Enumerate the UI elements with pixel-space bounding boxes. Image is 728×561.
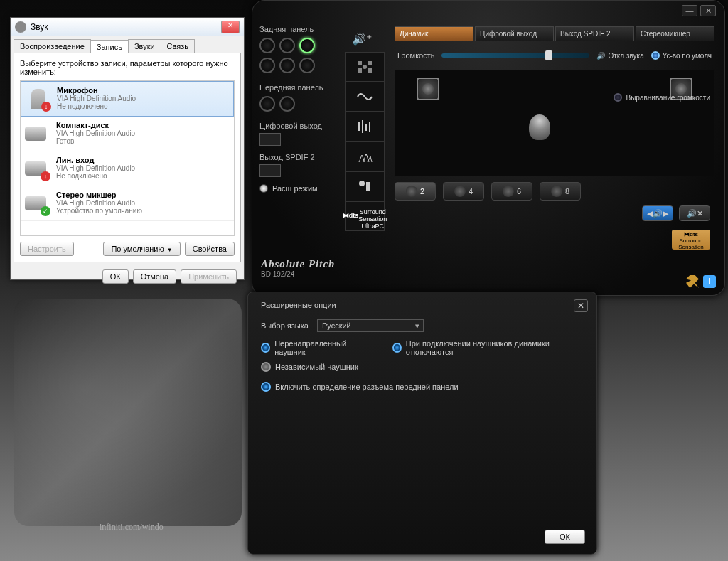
svg-rect-8 [369, 122, 370, 132]
device-item[interactable]: ↓Лин. входVIA High Definition AudioНе по… [21, 151, 234, 186]
svg-rect-6 [362, 120, 363, 133]
device-sub: VIA High Definition Audio [56, 199, 142, 207]
equalizer-icon[interactable] [345, 112, 385, 141]
output-tab[interactable]: Динамик [395, 26, 473, 41]
radio-off-icon [261, 362, 271, 372]
jack-active[interactable] [299, 38, 315, 53]
wave-icon[interactable] [345, 82, 385, 112]
radio-on-icon [261, 343, 270, 353]
output-tab[interactable]: Цифровой выход [475, 26, 554, 41]
device-item[interactable]: Компакт-дискVIA High Definition AudioГот… [21, 117, 234, 151]
radio-on-icon [651, 51, 660, 60]
opt-independent-headphone[interactable]: Независимый наушник [261, 362, 358, 372]
normalize-toggle[interactable]: Выравнивание громкости [614, 93, 710, 102]
mute-toggle[interactable]: 🔊 Откл звука [596, 52, 643, 60]
speaker-config-icon[interactable] [345, 52, 385, 82]
device-icon [25, 121, 50, 146]
device-item[interactable]: ↓МикрофонVIA High Definition AudioНе под… [21, 81, 234, 117]
speaker-icon [15, 21, 26, 33]
settings-icon[interactable] [686, 275, 699, 288]
jack[interactable] [259, 96, 275, 112]
cancel-button[interactable]: Отмена [133, 269, 176, 284]
info-icon[interactable]: i [703, 275, 716, 288]
spdif2-icon[interactable] [259, 164, 281, 177]
speaker-left-icon[interactable] [417, 78, 439, 100]
audio-control-panel: — ✕ 🔊⁺ Задняя панель Передняя панель Циф… [252, 0, 725, 296]
ok-button[interactable]: ОК [102, 269, 129, 284]
device-status: Не подключено [56, 172, 135, 180]
device-icon: ↓ [26, 86, 51, 112]
device-name: Микрофон [57, 86, 136, 95]
device-sub: VIA High Definition Audio [56, 164, 135, 172]
adv-mode-label: Расш режим [272, 184, 318, 193]
lang-label: Выбор языка [261, 321, 309, 330]
panel-close-button[interactable]: ✕ [700, 5, 716, 16]
device-name: Компакт-диск [56, 121, 135, 129]
svg-rect-0 [358, 61, 362, 65]
apply-button: Применить [181, 269, 237, 284]
channel-dot-icon [503, 186, 514, 197]
tab-sounds[interactable]: Звуки [128, 39, 161, 53]
adv-title: Расширенные опции [261, 301, 584, 309]
speaker-settings-button[interactable]: 🔊✕ [679, 205, 710, 221]
channel-button-2[interactable]: 2 [395, 182, 436, 201]
svg-rect-7 [365, 124, 367, 131]
device-sub: VIA High Definition Audio [56, 129, 135, 137]
device-sub: VIA High Definition Audio [57, 95, 136, 102]
dts-icon[interactable]: ⧓dtsSurround SensationUltraPC [345, 201, 385, 231]
device-item[interactable]: ✓Стерео микшерVIA High Definition AudioУ… [21, 186, 234, 221]
jack[interactable] [279, 96, 295, 112]
device-icon: ↓ [25, 156, 50, 181]
default-device-toggle[interactable]: Ус-во по умолч [651, 51, 712, 60]
jack[interactable] [299, 58, 315, 73]
svg-point-9 [359, 181, 365, 186]
digital-out-icon[interactable] [259, 133, 281, 146]
tab-record[interactable]: Запись [90, 40, 129, 53]
jack[interactable] [279, 58, 295, 73]
advanced-options-dialog: Расширенные опции ✕ Выбор языка Русский … [247, 292, 597, 555]
output-tabs: ДинамикЦифровой выходВыход SPDIF 2Стерео… [395, 26, 714, 41]
sound-tabs: Воспроизведение Запись Звуки Связь [11, 36, 244, 53]
opt-redirect-headphone[interactable]: Перенаправленный наушник [261, 339, 371, 356]
sound-dialog: Звук ✕ Воспроизведение Запись Звуки Связ… [10, 17, 245, 280]
slider-thumb[interactable] [545, 50, 552, 60]
default-button[interactable]: По умолчанию▼ [103, 242, 180, 256]
output-tab[interactable]: Выход SPDIF 2 [555, 26, 634, 41]
device-icon: ✓ [25, 191, 50, 216]
channel-button-8[interactable]: 8 [540, 182, 581, 201]
configure-button: Настроить [20, 242, 74, 256]
test-audio-button[interactable]: ◀🔊▶ [642, 205, 673, 221]
tab-playback[interactable]: Воспроизведение [14, 39, 91, 53]
rear-panel-label: Задняя панель [259, 25, 373, 33]
adv-ok-button[interactable]: ОК [545, 530, 585, 544]
device-status: Готов [56, 137, 135, 145]
effect-icons: ⧓dtsSurround SensationUltraPC [345, 52, 385, 231]
sound-title: Звук [31, 22, 221, 32]
close-button[interactable]: ✕ [221, 21, 240, 33]
environment-icon[interactable] [345, 141, 385, 171]
radio-off-icon [614, 93, 622, 102]
dts-badge[interactable]: ⧓dtsSurround Sensation [672, 230, 710, 250]
volume-slider[interactable] [441, 53, 589, 58]
panel-minimize-button[interactable]: — [682, 5, 697, 16]
brand-block: Absolute Pitch BD 192/24 [261, 258, 335, 278]
properties-button[interactable]: Свойства [185, 242, 235, 256]
device-status: Не подключено [57, 102, 136, 110]
jack[interactable] [259, 38, 275, 53]
adv-close-button[interactable]: ✕ [574, 299, 588, 312]
channel-button-6[interactable]: 6 [491, 182, 532, 201]
volume-label: Громкость [397, 51, 434, 60]
language-select[interactable]: Русский [317, 319, 424, 332]
svg-rect-5 [358, 122, 360, 131]
tab-comm[interactable]: Связь [161, 39, 195, 53]
sound-titlebar[interactable]: Звук ✕ [11, 18, 244, 36]
device-name: Лин. вход [56, 156, 135, 164]
karaoke-icon[interactable] [345, 171, 385, 201]
opt-mute-speakers[interactable]: При подключении наушников динамики отклю… [392, 339, 584, 356]
jack[interactable] [279, 38, 295, 53]
opt-front-jack-detect[interactable]: Включить определение разъема передней па… [261, 382, 459, 392]
output-tab[interactable]: Стереомикшер [636, 26, 714, 41]
jack[interactable] [259, 58, 275, 73]
device-status: Устройство по умолчанию [56, 207, 142, 215]
channel-button-4[interactable]: 4 [443, 182, 484, 201]
